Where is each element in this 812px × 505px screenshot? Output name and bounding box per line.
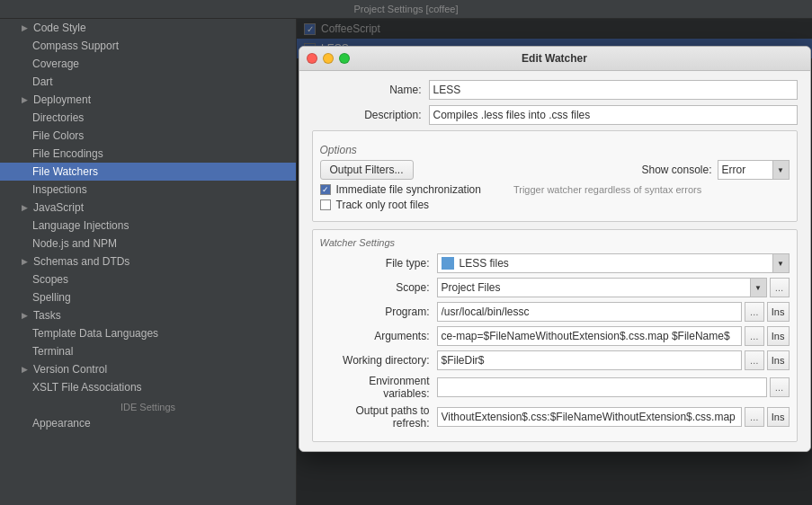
immediate-sync-label: Immediate file synchronization [336,183,481,196]
modal-title: Edit Watcher [522,52,587,65]
description-row: Description: [312,105,798,125]
sidebar-item-appearance[interactable]: Appearance [0,414,296,432]
sidebar-label: Dart [32,75,53,88]
sidebar-label: JavaScript [33,201,84,214]
sidebar-item-lang-injections[interactable]: Language Injections [0,217,296,235]
track-root-label: Track only root files [336,199,430,211]
console-dropdown-arrow[interactable]: ▼ [772,161,789,179]
sidebar-label: Template Data Languages [32,327,158,340]
sidebar-label: Directories [32,111,84,124]
sidebar-item-dart[interactable]: Dart [0,73,296,91]
env-vars-ellipsis-button[interactable]: … [770,377,790,397]
program-container: … Ins [437,302,790,322]
description-input[interactable] [429,105,798,125]
options-top-row: Output Filters... Show console: Error ▼ [320,160,790,180]
sidebar-label: Inspections [32,183,87,196]
immediate-sync-row: ✓ Immediate file synchronization Trigger… [320,183,790,196]
sidebar-item-schemas[interactable]: ▶ Schemas and DTDs [0,252,296,270]
working-dir-ins-button[interactable]: Ins [767,350,790,370]
arrow-icon: ▶ [22,95,28,104]
arguments-input[interactable] [437,326,742,346]
show-console-select[interactable]: Error ▼ [718,160,790,180]
sidebar-label: File Watchers [32,165,98,178]
program-input[interactable] [437,302,742,322]
options-label: Options [320,144,790,156]
scope-select[interactable]: Project Files ▼ [437,278,767,297]
maximize-button[interactable] [339,53,350,64]
working-dir-ellipsis-button[interactable]: … [745,350,764,370]
arrow-icon: ▶ [22,257,28,266]
sidebar-item-inspections[interactable]: Inspections [0,181,296,199]
name-label: Name: [312,84,429,96]
file-type-label: File type: [320,257,437,270]
sidebar-label: Scopes [32,273,68,286]
edit-watcher-modal: Edit Watcher Name: Description: [299,46,811,452]
sidebar-label: File Colors [32,129,84,142]
track-root-row: Track only root files [320,199,790,211]
sidebar-item-compass[interactable]: Compass Support [0,37,296,55]
traffic-lights [307,53,350,64]
file-type-select[interactable]: LESS files ▼ [437,253,790,273]
sidebar-label: Terminal [32,345,73,358]
sidebar-item-javascript[interactable]: ▶ JavaScript [0,199,296,217]
sidebar-item-nodejs[interactable]: Node.js and NPM [0,235,296,252]
sidebar-item-tasks[interactable]: ▶ Tasks [0,306,296,324]
arrow-icon: ▶ [22,311,28,320]
output-paths-ins-button[interactable]: Ins [767,407,790,427]
options-section: Options Output Filters... Show console: … [312,130,798,222]
sidebar-item-terminal[interactable]: Terminal [0,342,296,360]
sidebar-item-directories[interactable]: Directories [0,109,296,127]
output-filters-button[interactable]: Output Filters... [320,160,414,180]
program-ins-button[interactable]: Ins [767,302,790,322]
sidebar-item-coverage[interactable]: Coverage [0,55,296,73]
arrow-icon: ▶ [22,23,28,32]
top-bar-title: Project Settings [coffee] [354,4,459,14]
close-button[interactable] [307,53,317,64]
arrow-icon: ▶ [22,365,28,374]
file-type-icon [442,257,454,270]
working-dir-container: … Ins [437,350,790,370]
sidebar-item-spelling[interactable]: Spelling [0,288,296,306]
sidebar-label: Tasks [33,309,61,322]
immediate-sync-checkbox[interactable]: ✓ [320,184,331,195]
program-ellipsis-button[interactable]: … [745,302,764,322]
modal-titlebar: Edit Watcher [299,47,810,71]
arguments-row: Arguments: … Ins [320,326,790,346]
arguments-ins-button[interactable]: Ins [767,326,790,346]
scope-dropdown-arrow[interactable]: ▼ [750,279,766,297]
description-label: Description: [312,109,429,121]
output-paths-container: … Ins [437,407,790,427]
sidebar-item-code-style[interactable]: ▶ Code Style [0,19,296,37]
sidebar-item-file-watchers[interactable]: File Watchers [0,163,296,181]
sidebar-label: Compass Support [32,40,119,52]
show-console-label: Show console: [641,164,711,176]
minimize-button[interactable] [323,53,334,64]
arguments-container: … Ins [437,326,790,346]
top-bar: Project Settings [coffee] [0,0,812,19]
arguments-label: Arguments: [320,330,437,342]
file-type-dropdown-arrow[interactable]: ▼ [772,254,789,272]
env-vars-input[interactable] [437,377,767,397]
name-input[interactable] [429,80,798,100]
working-dir-input[interactable] [437,350,742,370]
sidebar-label: Language Injections [32,219,129,232]
sidebar-item-template-data[interactable]: Template Data Languages [0,324,296,342]
working-dir-label: Working directory: [320,354,437,367]
output-paths-input[interactable] [437,407,742,427]
arguments-ellipsis-button[interactable]: … [745,326,764,346]
track-root-checkbox[interactable] [320,199,331,210]
sidebar-item-scopes[interactable]: Scopes [0,270,296,288]
output-paths-ellipsis-button[interactable]: … [745,407,764,427]
sidebar-item-version-control[interactable]: ▶ Version Control [0,360,296,378]
program-label: Program: [320,306,437,318]
env-vars-label: Environment variables: [320,375,437,400]
env-vars-row: Environment variables: … [320,375,790,400]
sidebar-item-file-colors[interactable]: File Colors [0,127,296,145]
sidebar-label: Deployment [33,93,91,106]
working-dir-row: Working directory: … Ins [320,350,790,370]
sidebar-item-deployment[interactable]: ▶ Deployment [0,91,296,109]
sidebar-item-file-encodings[interactable]: File Encodings [0,145,296,163]
output-paths-row: Output paths to refresh: … Ins [320,404,790,430]
sidebar-item-xslt[interactable]: XSLT File Associations [0,378,296,396]
scope-ellipsis-button[interactable]: … [770,278,790,297]
